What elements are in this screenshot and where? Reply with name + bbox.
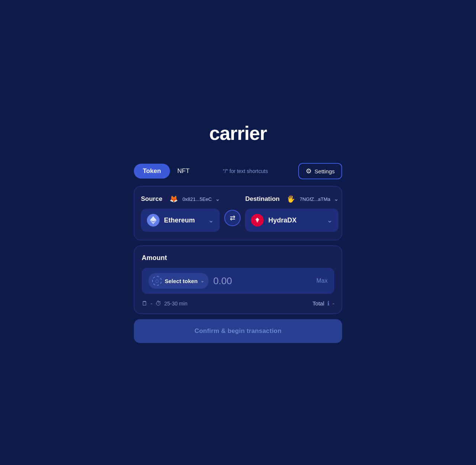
destination-chain-chevron[interactable]: ⌄ (327, 216, 332, 224)
destination-label: Destination (245, 195, 280, 203)
receipt-icon: 🗒 (142, 300, 148, 307)
confirm-button[interactable]: Confirm & begin transaction (134, 319, 342, 343)
source-header: Source 🦊 0x821...5EeC ⌄ (141, 194, 220, 204)
top-bar: Token NFT "/" for text shortcuts ⚙ Setti… (134, 163, 342, 179)
settings-button[interactable]: ⚙ Settings (298, 163, 342, 179)
settings-label: Settings (315, 168, 335, 174)
source-chain-chevron[interactable]: ⌄ (208, 216, 214, 224)
source-wallet-address: 0x821...5EeC (183, 196, 212, 202)
amount-input-row: ◌ Select token ⌄ 0.00 Max (142, 268, 334, 294)
clock-icon: ⏱ (155, 300, 161, 307)
destination-wallet-chevron[interactable]: ⌄ (334, 196, 338, 202)
tab-token[interactable]: Token (134, 164, 170, 179)
swap-button-wrapper: ⇄ (224, 210, 241, 226)
time-range: 25-30 min (164, 301, 187, 307)
total-label: Total (312, 300, 324, 307)
max-button[interactable]: Max (316, 278, 328, 284)
source-chain-selector[interactable]: Ethereum ⌄ (141, 209, 220, 232)
destination-chain-name: HydraDX (268, 217, 322, 224)
amount-label: Amount (142, 254, 334, 262)
total-value: - (332, 300, 334, 307)
token-placeholder-icon: ◌ (152, 276, 162, 286)
app-logo: carrier (209, 122, 267, 144)
destination-chain-selector[interactable]: HydraDX ⌄ (245, 209, 338, 232)
select-token-chevron: ⌄ (200, 278, 204, 283)
swap-chains-button[interactable]: ⇄ (224, 210, 241, 226)
destination-box: Destination 🖐 7NGfZ...aTMa ⌄ HydraDX ⌄ (245, 194, 338, 232)
select-token-label: Select token (165, 278, 197, 284)
fee-row: 🗒 - ⏱ 25-30 min Total ℹ - (142, 300, 334, 307)
source-wallet-chevron[interactable]: ⌄ (215, 196, 220, 202)
hydradx-icon (251, 214, 264, 227)
gear-icon: ⚙ (306, 167, 312, 175)
source-label: Source (141, 195, 163, 203)
fee-dash: - (151, 301, 152, 307)
destination-wallet-address: 7NGfZ...aTMa (300, 196, 330, 202)
amount-value: 0.00 (213, 275, 312, 287)
shortcut-hint: "/" for text shortcuts (197, 168, 294, 174)
destination-header: Destination 🖐 7NGfZ...aTMa ⌄ (245, 194, 338, 204)
source-box: Source 🦊 0x821...5EeC ⌄ Ethereum ⌄ (141, 194, 220, 232)
select-token-button[interactable]: ◌ Select token ⌄ (148, 273, 209, 289)
chains-panel: Source 🦊 0x821...5EeC ⌄ Ethereum ⌄ ⇄ (134, 186, 342, 240)
info-icon[interactable]: ℹ (327, 300, 329, 307)
metamask-icon: 🦊 (168, 194, 179, 204)
source-chain-name: Ethereum (164, 217, 204, 224)
svg-marker-0 (150, 216, 157, 221)
ethereum-icon (147, 214, 160, 227)
solana-wallet-icon: 🖐 (286, 194, 296, 204)
tab-nft[interactable]: NFT (174, 164, 193, 179)
svg-point-3 (257, 219, 258, 221)
swap-icon: ⇄ (230, 214, 235, 222)
amount-panel: Amount ◌ Select token ⌄ 0.00 Max 🗒 - ⏱ 2… (134, 246, 342, 314)
main-container: carrier Token NFT "/" for text shortcuts… (134, 122, 342, 343)
